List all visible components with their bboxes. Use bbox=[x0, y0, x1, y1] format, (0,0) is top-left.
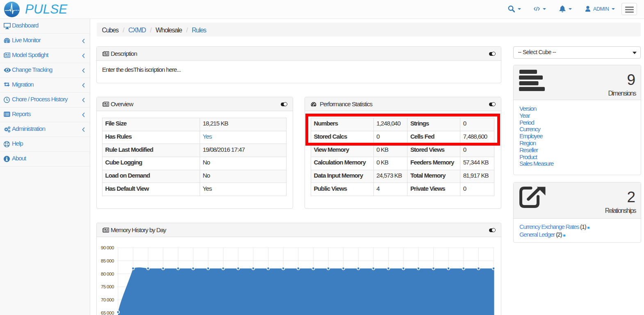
svg-text:80 000: 80 000 bbox=[101, 272, 114, 276]
svg-text:65 000: 65 000 bbox=[101, 310, 114, 315]
svg-text:85 000: 85 000 bbox=[101, 258, 114, 263]
svg-text:75 000: 75 000 bbox=[101, 284, 114, 289]
svg-text:70 000: 70 000 bbox=[101, 297, 114, 302]
svg-text:90 000: 90 000 bbox=[101, 245, 114, 250]
